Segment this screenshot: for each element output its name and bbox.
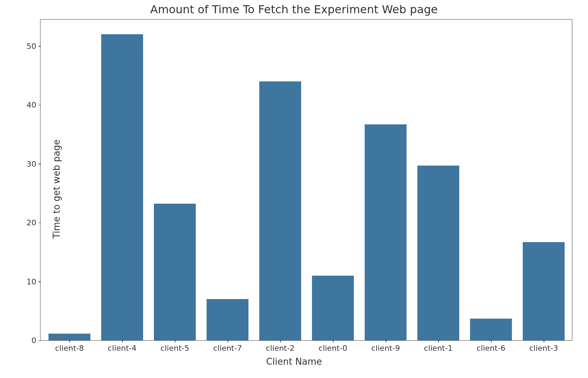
y-tick-label: 10	[27, 277, 40, 286]
x-tick-label: client-0	[319, 340, 347, 352]
y-tick-label: 30	[27, 159, 40, 168]
x-axis-label: Client Name	[0, 356, 588, 367]
plot-area	[40, 20, 572, 340]
y-tick-label: 0	[31, 336, 40, 345]
x-tick-label: client-5	[161, 340, 189, 352]
y-tick-label: 40	[27, 101, 40, 109]
x-tick-label: client-3	[529, 340, 558, 352]
bar	[312, 276, 354, 340]
x-tick-label: client-7	[213, 340, 242, 352]
bar	[259, 81, 302, 340]
x-tick-label: client-1	[424, 340, 453, 352]
y-tick-label: 50	[27, 42, 40, 50]
x-tick-label: client-8	[55, 340, 84, 352]
y-tick-label: 20	[27, 218, 40, 227]
bar	[365, 124, 407, 340]
bar	[470, 319, 512, 340]
x-tick-label: client-6	[477, 340, 505, 352]
bar	[417, 166, 460, 340]
bar	[49, 334, 91, 340]
bar	[523, 242, 565, 340]
axes: client-8client-4client-5client-7client-2…	[40, 19, 572, 341]
bar	[154, 204, 196, 340]
bar	[207, 299, 249, 340]
x-tick-label: client-2	[266, 340, 295, 352]
x-tick-label: client-4	[108, 340, 136, 352]
chart-figure: Amount of Time To Fetch the Experiment W…	[0, 0, 588, 378]
x-tick-label: client-9	[371, 340, 400, 352]
bar	[101, 34, 143, 340]
